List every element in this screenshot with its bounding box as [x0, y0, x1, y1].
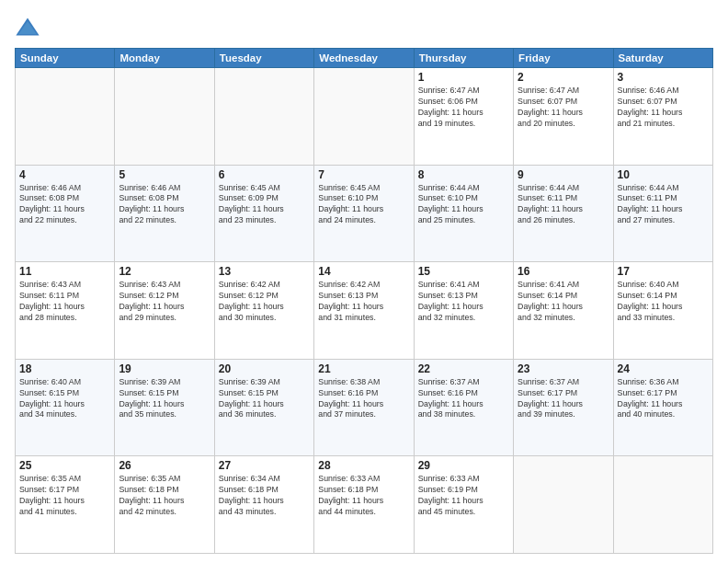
- day-number: 13: [219, 265, 310, 278]
- day-number: 23: [518, 362, 609, 375]
- day-info: Sunrise: 6:44 AM Sunset: 6:10 PM Dayligh…: [418, 183, 509, 227]
- logo: [15, 15, 44, 40]
- calendar-cell: 6Sunrise: 6:45 AM Sunset: 6:09 PM Daylig…: [214, 165, 313, 262]
- day-number: 21: [318, 362, 409, 375]
- calendar-cell: 4Sunrise: 6:46 AM Sunset: 6:08 PM Daylig…: [16, 165, 115, 262]
- calendar-cell: 16Sunrise: 6:41 AM Sunset: 6:14 PM Dayli…: [514, 262, 613, 360]
- calendar-cell: 15Sunrise: 6:41 AM Sunset: 6:13 PM Dayli…: [414, 262, 513, 360]
- day-number: 18: [19, 362, 110, 375]
- day-number: 22: [418, 362, 509, 375]
- day-number: 17: [618, 265, 709, 278]
- day-info: Sunrise: 6:36 AM Sunset: 6:17 PM Dayligh…: [618, 377, 709, 421]
- day-info: Sunrise: 6:43 AM Sunset: 6:12 PM Dayligh…: [119, 280, 210, 324]
- calendar-cell: 9Sunrise: 6:44 AM Sunset: 6:11 PM Daylig…: [514, 165, 613, 262]
- day-number: 5: [119, 168, 210, 181]
- calendar-cell: 28Sunrise: 6:33 AM Sunset: 6:18 PM Dayli…: [314, 456, 414, 554]
- week-row-2: 4Sunrise: 6:46 AM Sunset: 6:08 PM Daylig…: [16, 165, 713, 262]
- calendar-cell: 22Sunrise: 6:37 AM Sunset: 6:16 PM Dayli…: [414, 359, 513, 456]
- day-number: 20: [219, 362, 310, 375]
- day-info: Sunrise: 6:45 AM Sunset: 6:09 PM Dayligh…: [219, 183, 310, 227]
- week-row-4: 18Sunrise: 6:40 AM Sunset: 6:15 PM Dayli…: [16, 359, 713, 456]
- day-number: 9: [518, 168, 609, 181]
- day-number: 15: [418, 265, 509, 278]
- day-number: 24: [618, 362, 709, 375]
- day-info: Sunrise: 6:39 AM Sunset: 6:15 PM Dayligh…: [119, 377, 210, 421]
- calendar-cell: 18Sunrise: 6:40 AM Sunset: 6:15 PM Dayli…: [16, 359, 115, 456]
- day-info: Sunrise: 6:41 AM Sunset: 6:13 PM Dayligh…: [418, 280, 509, 324]
- calendar-cell: 11Sunrise: 6:43 AM Sunset: 6:11 PM Dayli…: [16, 262, 115, 360]
- day-info: Sunrise: 6:45 AM Sunset: 6:10 PM Dayligh…: [318, 183, 409, 227]
- calendar-cell: 1Sunrise: 6:47 AM Sunset: 6:06 PM Daylig…: [414, 68, 513, 166]
- day-info: Sunrise: 6:38 AM Sunset: 6:16 PM Dayligh…: [318, 377, 409, 421]
- day-number: 6: [219, 168, 310, 181]
- day-info: Sunrise: 6:42 AM Sunset: 6:13 PM Dayligh…: [318, 280, 409, 324]
- calendar-cell: 3Sunrise: 6:46 AM Sunset: 6:07 PM Daylig…: [613, 68, 712, 166]
- day-number: 2: [518, 71, 609, 84]
- day-info: Sunrise: 6:37 AM Sunset: 6:17 PM Dayligh…: [518, 377, 609, 421]
- day-of-week-thursday: Thursday: [414, 49, 513, 68]
- calendar-cell: 19Sunrise: 6:39 AM Sunset: 6:15 PM Dayli…: [115, 359, 214, 456]
- calendar-cell: 27Sunrise: 6:34 AM Sunset: 6:18 PM Dayli…: [214, 456, 313, 554]
- calendar-cell: 17Sunrise: 6:40 AM Sunset: 6:14 PM Dayli…: [613, 262, 712, 360]
- calendar-cell: 26Sunrise: 6:35 AM Sunset: 6:18 PM Dayli…: [115, 456, 214, 554]
- day-info: Sunrise: 6:40 AM Sunset: 6:14 PM Dayligh…: [618, 280, 709, 324]
- day-info: Sunrise: 6:47 AM Sunset: 6:06 PM Dayligh…: [418, 86, 509, 130]
- day-info: Sunrise: 6:46 AM Sunset: 6:08 PM Dayligh…: [19, 183, 110, 227]
- calendar-cell: 20Sunrise: 6:39 AM Sunset: 6:15 PM Dayli…: [214, 359, 313, 456]
- calendar-cell: 23Sunrise: 6:37 AM Sunset: 6:17 PM Dayli…: [514, 359, 613, 456]
- calendar-cell: 10Sunrise: 6:44 AM Sunset: 6:11 PM Dayli…: [613, 165, 712, 262]
- day-info: Sunrise: 6:35 AM Sunset: 6:18 PM Dayligh…: [119, 474, 210, 518]
- day-info: Sunrise: 6:37 AM Sunset: 6:16 PM Dayligh…: [418, 377, 509, 421]
- day-of-week-saturday: Saturday: [613, 49, 712, 68]
- header-row: SundayMondayTuesdayWednesdayThursdayFrid…: [16, 49, 713, 68]
- day-info: Sunrise: 6:44 AM Sunset: 6:11 PM Dayligh…: [518, 183, 609, 227]
- day-info: Sunrise: 6:40 AM Sunset: 6:15 PM Dayligh…: [19, 377, 110, 421]
- day-info: Sunrise: 6:43 AM Sunset: 6:11 PM Dayligh…: [19, 280, 110, 324]
- day-info: Sunrise: 6:47 AM Sunset: 6:07 PM Dayligh…: [518, 86, 609, 130]
- day-info: Sunrise: 6:42 AM Sunset: 6:12 PM Dayligh…: [219, 280, 310, 324]
- page: SundayMondayTuesdayWednesdayThursdayFrid…: [0, 0, 728, 563]
- day-of-week-monday: Monday: [115, 49, 214, 68]
- calendar-cell: [514, 456, 613, 554]
- day-number: 19: [119, 362, 210, 375]
- day-number: 16: [518, 265, 609, 278]
- day-info: Sunrise: 6:39 AM Sunset: 6:15 PM Dayligh…: [219, 377, 310, 421]
- week-row-1: 1Sunrise: 6:47 AM Sunset: 6:06 PM Daylig…: [16, 68, 713, 166]
- logo-icon: [15, 15, 40, 40]
- calendar-cell: 21Sunrise: 6:38 AM Sunset: 6:16 PM Dayli…: [314, 359, 414, 456]
- day-number: 28: [318, 459, 409, 472]
- calendar-cell: [16, 68, 115, 166]
- week-row-3: 11Sunrise: 6:43 AM Sunset: 6:11 PM Dayli…: [16, 262, 713, 360]
- day-number: 4: [19, 168, 110, 181]
- day-of-week-tuesday: Tuesday: [214, 49, 313, 68]
- header: [15, 11, 713, 40]
- calendar-cell: 14Sunrise: 6:42 AM Sunset: 6:13 PM Dayli…: [314, 262, 414, 360]
- calendar-cell: 7Sunrise: 6:45 AM Sunset: 6:10 PM Daylig…: [314, 165, 414, 262]
- day-info: Sunrise: 6:46 AM Sunset: 6:08 PM Dayligh…: [119, 183, 210, 227]
- calendar-cell: [314, 68, 414, 166]
- calendar-cell: [115, 68, 214, 166]
- day-info: Sunrise: 6:33 AM Sunset: 6:18 PM Dayligh…: [318, 474, 409, 518]
- day-number: 7: [318, 168, 409, 181]
- day-number: 27: [219, 459, 310, 472]
- calendar-cell: [613, 456, 712, 554]
- calendar-cell: 12Sunrise: 6:43 AM Sunset: 6:12 PM Dayli…: [115, 262, 214, 360]
- calendar-cell: 8Sunrise: 6:44 AM Sunset: 6:10 PM Daylig…: [414, 165, 513, 262]
- day-of-week-friday: Friday: [514, 49, 613, 68]
- day-info: Sunrise: 6:35 AM Sunset: 6:17 PM Dayligh…: [19, 474, 110, 518]
- calendar-cell: 25Sunrise: 6:35 AM Sunset: 6:17 PM Dayli…: [16, 456, 115, 554]
- day-of-week-sunday: Sunday: [16, 49, 115, 68]
- week-row-5: 25Sunrise: 6:35 AM Sunset: 6:17 PM Dayli…: [16, 456, 713, 554]
- day-info: Sunrise: 6:46 AM Sunset: 6:07 PM Dayligh…: [618, 86, 709, 130]
- calendar-cell: 24Sunrise: 6:36 AM Sunset: 6:17 PM Dayli…: [613, 359, 712, 456]
- calendar-cell: 13Sunrise: 6:42 AM Sunset: 6:12 PM Dayli…: [214, 262, 313, 360]
- day-info: Sunrise: 6:41 AM Sunset: 6:14 PM Dayligh…: [518, 280, 609, 324]
- day-info: Sunrise: 6:33 AM Sunset: 6:19 PM Dayligh…: [418, 474, 509, 518]
- day-of-week-wednesday: Wednesday: [314, 49, 414, 68]
- day-info: Sunrise: 6:34 AM Sunset: 6:18 PM Dayligh…: [219, 474, 310, 518]
- day-number: 26: [119, 459, 210, 472]
- day-number: 14: [318, 265, 409, 278]
- day-info: Sunrise: 6:44 AM Sunset: 6:11 PM Dayligh…: [618, 183, 709, 227]
- day-number: 3: [618, 71, 709, 84]
- day-number: 1: [418, 71, 509, 84]
